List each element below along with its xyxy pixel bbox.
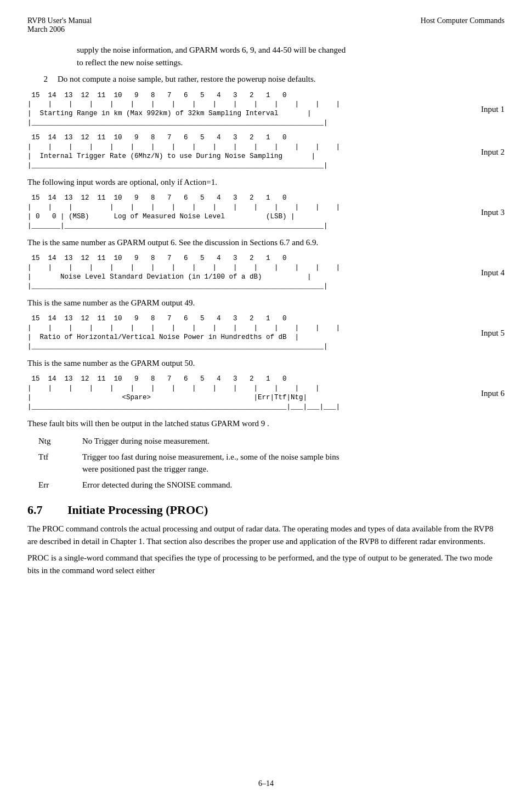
note5: This is the same number as the GPARM out… — [27, 357, 505, 370]
diagram2-label: Input 2 — [477, 146, 505, 157]
def-row-ttf: Ttf Trigger too fast during noise measur… — [38, 451, 516, 476]
page: RVP8 User's Manual March 2006 Host Compu… — [0, 0, 532, 798]
header-right: Host Computer Commands — [421, 16, 505, 34]
footer: 6–14 — [0, 779, 532, 788]
item-2-num: 2 — [27, 73, 58, 86]
diagram2-pre: 15 14 13 12 11 10 9 8 7 6 5 4 3 2 1 0 | … — [27, 133, 477, 171]
definitions-table: Ntg No Trigger during noise measurement.… — [38, 435, 516, 491]
proc-para1: The PROC command controls the actual pro… — [27, 523, 505, 547]
section-heading: 6.7 Initiate Processing (PROC) — [27, 503, 505, 517]
diagram5-label: Input 5 — [477, 327, 505, 338]
def-desc-ttf: Trigger too fast during noise measuremen… — [82, 451, 516, 476]
diagram6: 15 14 13 12 11 10 9 8 7 6 5 4 3 2 1 0 | … — [27, 375, 505, 412]
intro-indent: supply the noise information, and GPARM … — [77, 44, 505, 69]
diagram1-pre: 15 14 13 12 11 10 9 8 7 6 5 4 3 2 1 0 | … — [27, 91, 477, 128]
page-header: RVP8 User's Manual March 2006 Host Compu… — [27, 16, 505, 34]
def-term-ttf: Ttf — [38, 451, 82, 476]
def-row-ntg: Ntg No Trigger during noise measurement. — [38, 435, 516, 448]
note3: The is the same number as GPARM output 6… — [27, 236, 505, 249]
def-row-err: Err Error detected during the SNOISE com… — [38, 479, 516, 491]
diagram5-pre: 15 14 13 12 11 10 9 8 7 6 5 4 3 2 1 0 | … — [27, 314, 477, 352]
note6: These fault bits will then be output in … — [27, 417, 505, 430]
header-left: RVP8 User's Manual March 2006 — [27, 16, 92, 34]
diagram4-label: Input 4 — [477, 267, 505, 278]
diagram2: 15 14 13 12 11 10 9 8 7 6 5 4 3 2 1 0 | … — [27, 133, 505, 171]
def-desc-err: Error detected during the SNOISE command… — [82, 479, 516, 491]
def-term-err: Err — [38, 479, 82, 491]
diagram1-label: Input 1 — [477, 104, 505, 115]
item-2-text: Do not compute a noise sample, but rathe… — [58, 73, 505, 86]
section-title: Initiate Processing (PROC) — [67, 503, 208, 517]
diagram6-label: Input 6 — [477, 388, 505, 399]
def-term-ntg: Ntg — [38, 435, 82, 448]
diagram6-pre: 15 14 13 12 11 10 9 8 7 6 5 4 3 2 1 0 | … — [27, 375, 477, 412]
proc-para2: PROC is a single-word command that speci… — [27, 552, 505, 576]
diagram4-pre: 15 14 13 12 11 10 9 8 7 6 5 4 3 2 1 0 | … — [27, 254, 477, 291]
diagram3-label: Input 3 — [477, 207, 505, 218]
diagram5: 15 14 13 12 11 10 9 8 7 6 5 4 3 2 1 0 | … — [27, 314, 505, 352]
section-num: 6.7 — [27, 503, 58, 517]
diagram1: 15 14 13 12 11 10 9 8 7 6 5 4 3 2 1 0 | … — [27, 91, 505, 128]
diagram3-pre: 15 14 13 12 11 10 9 8 7 6 5 4 3 2 1 0 | … — [27, 194, 477, 231]
def-desc-ntg: No Trigger during noise measurement. — [82, 435, 516, 448]
diagram3: 15 14 13 12 11 10 9 8 7 6 5 4 3 2 1 0 | … — [27, 194, 505, 231]
diagram4: 15 14 13 12 11 10 9 8 7 6 5 4 3 2 1 0 | … — [27, 254, 505, 291]
note4: This is the same number as the GPARM out… — [27, 297, 505, 309]
optional-note: The following input words are optional, … — [27, 176, 505, 189]
item-2-row: 2 Do not compute a noise sample, but rat… — [27, 73, 505, 86]
